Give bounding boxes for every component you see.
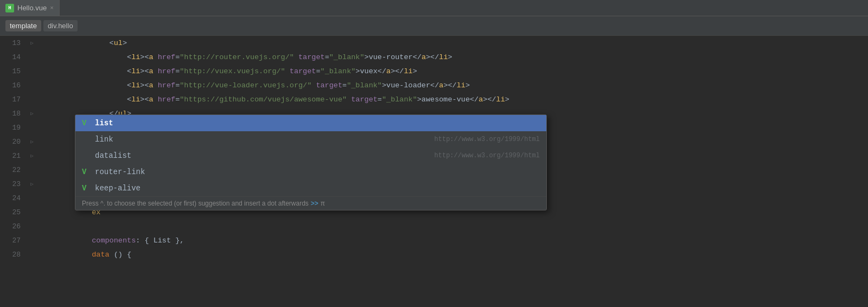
ac-label-link: link: [95, 135, 430, 144]
line-number-26: 26: [0, 222, 27, 231]
ac-footer-text: Press ^. to choose the selected (or firs…: [82, 200, 309, 207]
code-line-28: 28 data () {: [0, 247, 868, 261]
editor-area: 13 ▷ <ul> 14 <li><a href="http://router.…: [0, 36, 868, 261]
autocomplete-item-list[interactable]: V list: [75, 115, 546, 131]
vue-icon-router-link: V: [82, 168, 91, 176]
line-number-24: 24: [0, 194, 27, 202]
vue-icon-list: V: [82, 119, 91, 127]
line-number-27: 27: [0, 236, 27, 245]
tab-bar: H Hello.vue ×: [0, 0, 868, 16]
ac-footer-pi: π: [321, 200, 325, 207]
line-number-16: 16: [0, 81, 27, 89]
breadcrumb-template[interactable]: template: [5, 20, 41, 31]
line-number-22: 22: [0, 166, 27, 174]
gutter-18: ▷: [27, 111, 37, 117]
gutter-21: ▷: [27, 153, 37, 159]
ac-label-keep-alive: keep-alive: [95, 184, 535, 193]
ac-label-datalist: datalist: [95, 151, 430, 160]
autocomplete-item-link[interactable]: link http://www.w3.org/1999/html: [75, 131, 546, 148]
autocomplete-footer: Press ^. to choose the selected (or firs…: [75, 196, 546, 210]
autocomplete-item-router-link[interactable]: V router-link: [75, 164, 546, 180]
autocomplete-item-datalist[interactable]: datalist http://www.w3.org/1999/html: [75, 148, 546, 164]
line-number-14: 14: [0, 53, 27, 61]
ac-label-router-link: router-link: [95, 168, 535, 176]
line-number-25: 25: [0, 208, 27, 216]
line-number-20: 20: [0, 138, 27, 146]
gutter-13: ▷: [27, 40, 37, 46]
ac-source-datalist: http://www.w3.org/1999/html: [435, 152, 540, 159]
file-tab[interactable]: H Hello.vue ×: [0, 0, 60, 16]
tab-filename: Hello.vue: [17, 4, 47, 12]
line-content-28[interactable]: data () {: [37, 242, 868, 267]
gutter-20: ▷: [27, 139, 37, 145]
autocomplete-popup: V list link http://www.w3.org/1999/html …: [75, 114, 547, 210]
line-number-28: 28: [0, 251, 27, 259]
line-number-17: 17: [0, 95, 27, 104]
line-number-13: 13: [0, 39, 27, 47]
line-number-18: 18: [0, 110, 27, 118]
line-number-19: 19: [0, 124, 27, 132]
line-number-21: 21: [0, 152, 27, 160]
line-number-23: 23: [0, 180, 27, 188]
breadcrumb-div-hello[interactable]: div.hello: [43, 20, 78, 31]
gutter-23: ▷: [27, 181, 37, 187]
ac-source-link: http://www.w3.org/1999/html: [435, 136, 540, 143]
tab-close-button[interactable]: ×: [50, 5, 54, 11]
autocomplete-item-keep-alive[interactable]: V keep-alive: [75, 180, 546, 196]
ac-footer-link[interactable]: >>: [311, 200, 318, 207]
vue-file-icon: H: [5, 4, 14, 12]
line-number-15: 15: [0, 67, 27, 75]
ac-label-list: list: [95, 119, 535, 127]
vue-icon-keep-alive: V: [82, 184, 91, 193]
